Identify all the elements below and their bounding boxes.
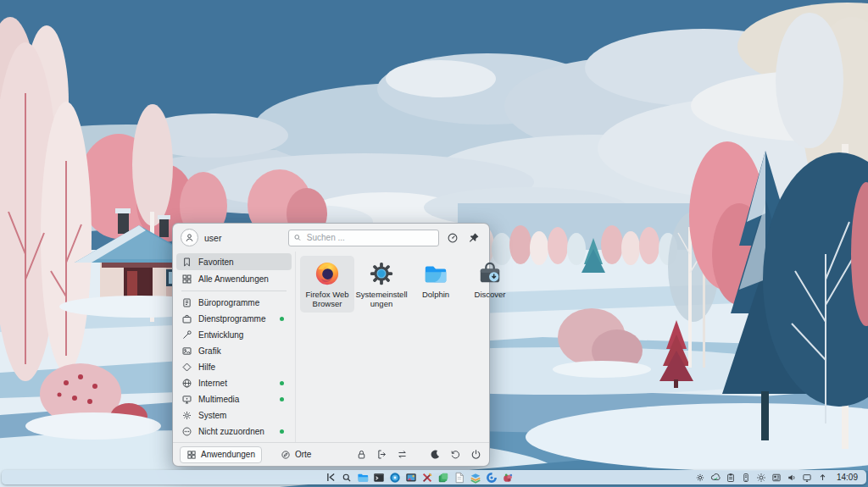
sidebar-category-multimedia[interactable]: Multimedia — [176, 391, 292, 407]
sidebar-separator — [181, 291, 287, 291]
sidebar-category-utilities[interactable]: Dienstprogramme — [176, 311, 292, 327]
app-tile-firefox[interactable]: Firefox Web Browser — [300, 256, 354, 313]
document-icon[interactable] — [453, 472, 465, 484]
user-avatar[interactable] — [181, 229, 198, 246]
system-tray: 14:09 — [695, 472, 866, 483]
system-icon — [181, 410, 192, 421]
clipboard-icon[interactable] — [726, 472, 737, 483]
utilities-icon — [181, 313, 192, 324]
grid-icon — [181, 274, 192, 285]
development-icon — [181, 329, 192, 340]
grid-icon — [186, 450, 197, 460]
terminal-icon[interactable] — [373, 472, 385, 484]
display-icon[interactable] — [802, 472, 813, 483]
search-icon[interactable] — [341, 472, 353, 484]
office-icon — [181, 297, 192, 308]
user-icon — [184, 232, 195, 243]
desktop: user Favoriten Alle Anwendungen — [0, 0, 868, 487]
launcher-header: user — [173, 224, 489, 252]
discover-icon — [477, 261, 503, 286]
search-icon — [293, 233, 302, 242]
tab-applications[interactable]: Anwendungen — [180, 446, 262, 463]
tab-label: Anwendungen — [201, 450, 255, 459]
media-player-icon[interactable] — [389, 472, 401, 484]
internet-icon — [181, 378, 192, 389]
launcher-sidebar: Favoriten Alle Anwendungen Büroprogramme… — [173, 252, 296, 442]
editor-icon[interactable] — [421, 472, 433, 484]
berries-icon[interactable] — [502, 472, 514, 484]
firefox-icon — [314, 261, 340, 286]
compass-icon — [281, 450, 291, 460]
lock-icon[interactable] — [355, 448, 368, 461]
tab-label: Orte — [295, 450, 311, 459]
application-launcher-icon[interactable] — [325, 472, 337, 484]
notes-icon[interactable] — [437, 472, 449, 484]
sidebar-item-all-applications[interactable]: Alle Anwendungen — [176, 270, 292, 287]
uncategorized-icon — [181, 426, 192, 437]
web-browser-swirl-icon[interactable] — [486, 472, 498, 484]
app-tile-discover[interactable]: Discover — [463, 256, 517, 303]
settings-gear-icon — [369, 261, 394, 286]
gear-tray-icon[interactable] — [695, 472, 706, 483]
configure-icon[interactable] — [445, 230, 460, 246]
layers-icon[interactable] — [470, 472, 481, 484]
dolphin-folder-icon — [423, 261, 448, 286]
graphics-icon — [181, 346, 192, 357]
app-tile-systemsettings[interactable]: Systemeinstellungen — [354, 256, 409, 313]
taskbar: 14:09 — [2, 470, 866, 484]
tab-places[interactable]: Orte — [274, 446, 318, 463]
favorites-grid: Firefox Web Browser — [296, 252, 521, 442]
sidebar-category-graphics[interactable]: Grafik — [176, 343, 292, 359]
help-icon — [181, 362, 192, 373]
sidebar-category-office[interactable]: Büroprogramme — [176, 295, 292, 311]
sidebar-item-label: Favoriten — [198, 257, 287, 267]
switch-user-icon[interactable] — [396, 448, 409, 461]
user-name-label: user — [204, 233, 221, 243]
taskbar-pinned-apps — [325, 472, 514, 484]
clock[interactable]: 14:09 — [837, 473, 858, 482]
sidebar-category-system[interactable]: System — [176, 407, 292, 423]
bookmark-icon — [181, 257, 192, 268]
search-input[interactable] — [305, 232, 434, 243]
sidebar-category-help[interactable]: Hilfe — [176, 359, 292, 375]
screen-media-icon[interactable] — [405, 472, 417, 484]
session-actions — [355, 448, 482, 461]
volume-icon[interactable] — [787, 472, 798, 483]
sidebar-category-internet[interactable]: Internet — [176, 375, 292, 391]
sidebar-category-development[interactable]: Entwicklung — [176, 327, 292, 343]
application-launcher-menu: user Favoriten Alle Anwendungen — [172, 223, 490, 467]
screen-layout-icon[interactable] — [771, 472, 782, 483]
sleep-icon[interactable] — [429, 448, 442, 461]
multimedia-icon — [181, 394, 192, 405]
new-items-dot — [280, 429, 284, 434]
show-hidden-icons-caret[interactable] — [817, 472, 828, 483]
new-items-dot — [280, 317, 284, 321]
brightness-icon[interactable] — [756, 472, 767, 483]
phone-connect-icon[interactable] — [741, 472, 752, 483]
new-items-dot — [280, 381, 284, 385]
pin-icon[interactable] — [466, 230, 481, 246]
restart-icon[interactable] — [449, 448, 462, 461]
sidebar-item-label: Alle Anwendungen — [198, 274, 287, 284]
app-tile-dolphin[interactable]: Dolphin — [409, 256, 463, 303]
launcher-footer: Anwendungen Orte — [173, 442, 489, 466]
cloud-sync-icon[interactable] — [710, 472, 721, 483]
sidebar-category-uncategorized[interactable]: Nicht zuzuordnen — [176, 423, 292, 440]
shutdown-icon[interactable] — [470, 448, 482, 461]
new-items-dot — [280, 397, 284, 401]
logout-icon[interactable] — [376, 448, 388, 461]
sidebar-item-favorites[interactable]: Favoriten — [176, 253, 292, 270]
search-field[interactable] — [288, 230, 439, 246]
file-manager-icon[interactable] — [357, 472, 369, 484]
